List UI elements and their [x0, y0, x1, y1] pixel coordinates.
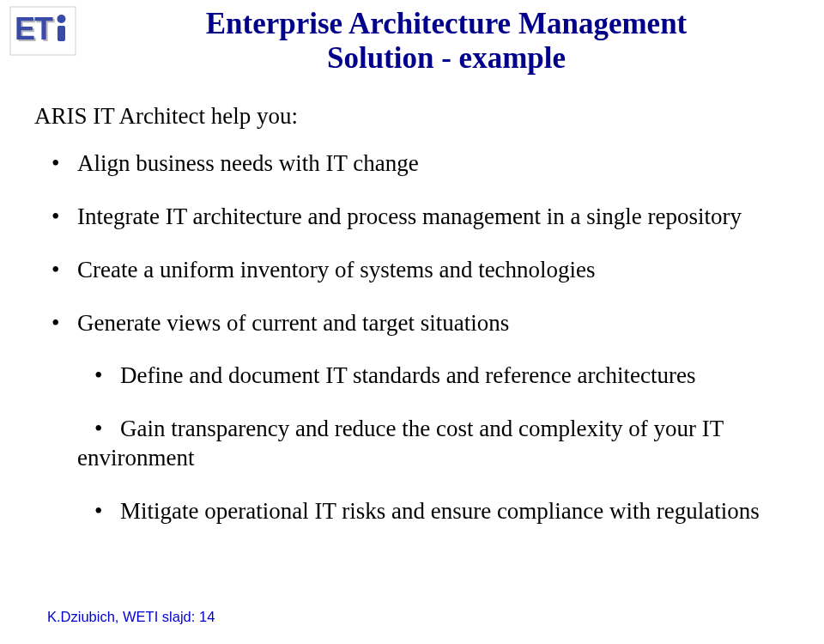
list-item: Mitigate operational IT risks and ensure…: [77, 497, 790, 526]
nested-bullet-list: Define and document IT standards and ref…: [77, 361, 790, 526]
lead-text: ARIS IT Architect help you:: [34, 102, 790, 131]
list-item: Integrate IT architecture and process ma…: [34, 203, 790, 232]
list-item: Define and document IT standards and ref…: [77, 361, 790, 391]
list-item: Align business needs with IT change: [34, 149, 790, 179]
svg-text:E: E: [15, 11, 35, 46]
slide-content: ARIS IT Architect help you: Align busine…: [0, 76, 824, 526]
svg-rect-5: [58, 26, 65, 41]
title-line-2: Solution - example: [327, 41, 566, 75]
svg-point-6: [58, 15, 66, 23]
list-item: Gain transparency and reduce the cost an…: [77, 415, 790, 473]
hanging-word: environment: [77, 444, 790, 473]
slide-title: Enterprise Architecture Management Solut…: [0, 0, 824, 76]
eti-logo: E T E T: [9, 5, 77, 57]
title-line-1: Enterprise Architecture Management: [206, 7, 688, 40]
list-item: Create a uniform inventory of systems an…: [34, 256, 790, 285]
bullet-list: Align business needs with IT change Inte…: [34, 149, 790, 526]
list-item: Generate views of current and target sit…: [34, 309, 790, 526]
svg-text:T: T: [34, 11, 53, 46]
footer-text: K.Dziubich, WETI slajd: 14: [47, 609, 215, 625]
